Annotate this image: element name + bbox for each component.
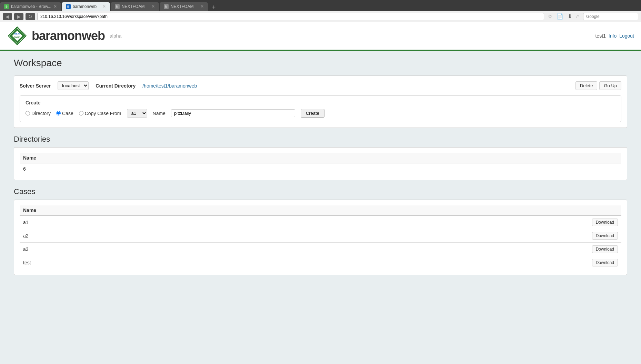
directories-col-name: Name	[20, 153, 621, 163]
name-label: Name	[153, 111, 166, 116]
search-input[interactable]	[583, 13, 638, 20]
logo-area: NEXT foam baramonwebalpha	[7, 26, 121, 46]
case-name-test: test	[20, 256, 248, 270]
site-header: NEXT foam baramonwebalpha test1 Info Log…	[0, 22, 641, 51]
add-tab-button[interactable]: +	[210, 4, 218, 11]
cases-panel: Name a1 Download a2 Download a3	[14, 200, 627, 275]
header-info-link[interactable]: Info	[609, 33, 617, 39]
cases-col-name: Name	[20, 205, 248, 215]
table-row: a3 Download	[20, 243, 621, 256]
directories-title: Directories	[14, 135, 627, 144]
radio-copy[interactable]	[79, 111, 83, 115]
tab-close-1[interactable]: ✕	[53, 4, 57, 9]
workspace-panel: Solver Server localhost Current Director…	[14, 75, 627, 128]
radio-case-label: Case	[62, 111, 73, 116]
tab-bar: B baramonweb - Brow... ✕ B baramonweb ✕ …	[0, 0, 641, 11]
current-dir-label: Current Directory	[96, 83, 136, 89]
tab-nextfoam-2[interactable]: N NEXTFOAM ✕	[160, 2, 208, 11]
solver-server-select[interactable]: localhost	[58, 81, 89, 90]
tab-nextfoam-1[interactable]: N NEXTFOAM ✕	[111, 2, 159, 11]
tab-close-2[interactable]: ✕	[102, 4, 106, 9]
create-form: Directory Case Copy Case From a1 a2 a3	[26, 109, 615, 118]
tab-close-3[interactable]: ✕	[151, 4, 155, 9]
directory-name: 6	[20, 163, 621, 174]
site-title: baramonweb	[32, 29, 105, 43]
radio-directory-label: Directory	[31, 111, 51, 116]
solver-row: Solver Server localhost Current Director…	[20, 81, 621, 90]
tab-favicon-3: N	[115, 4, 120, 9]
download-button-a3[interactable]: Download	[592, 245, 618, 253]
case-name-a3: a3	[20, 243, 248, 256]
cases-table: Name a1 Download a2 Download a3	[20, 205, 621, 269]
header-logout-link[interactable]: Logout	[619, 33, 634, 39]
delete-button[interactable]: Delete	[575, 81, 598, 90]
tab-close-4[interactable]: ✕	[200, 4, 204, 9]
solver-actions: Delete Go Up	[575, 81, 621, 90]
cases-title: Cases	[14, 187, 627, 196]
go-up-button[interactable]: Go Up	[599, 81, 621, 90]
tab-baramonweb-brow[interactable]: B baramonweb - Brow... ✕	[0, 2, 61, 11]
directories-table: Name 6	[20, 153, 621, 174]
create-title: Create	[26, 100, 615, 105]
header-username: test1	[595, 33, 605, 39]
create-box: Create Directory Case Copy Case From	[20, 95, 621, 122]
download-icon[interactable]: ⬇	[566, 12, 573, 20]
name-input[interactable]	[171, 109, 295, 117]
app-content: NEXT foam baramonwebalpha test1 Info Log…	[0, 22, 641, 361]
case-name-a1: a1	[20, 215, 248, 229]
forward-button[interactable]: ▶	[14, 13, 23, 20]
radio-case-group: Case	[56, 111, 73, 116]
current-dir-link[interactable]: /home/test1/baramonweb	[142, 83, 197, 89]
radio-directory[interactable]	[26, 111, 30, 115]
tab-favicon-1: B	[4, 4, 9, 9]
main-content: Workspace Solver Server localhost Curren…	[0, 51, 641, 289]
create-button[interactable]: Create	[301, 109, 324, 118]
bookmark-icon[interactable]: ☆	[546, 12, 554, 20]
download-button-test[interactable]: Download	[592, 259, 618, 266]
header-nav: test1 Info Logout	[595, 33, 634, 39]
table-row: test Download	[20, 256, 621, 270]
page-title: Workspace	[14, 58, 627, 69]
radio-case[interactable]	[56, 111, 61, 115]
table-row: 6	[20, 163, 621, 174]
radio-copy-label: Copy Case From	[85, 111, 121, 116]
logo-svg: NEXT foam	[7, 26, 28, 46]
case-name-a2: a2	[20, 229, 248, 243]
radio-directory-group: Directory	[26, 111, 51, 116]
url-input[interactable]	[37, 13, 544, 20]
back-button[interactable]: ◀	[3, 13, 12, 20]
directories-panel: Name 6	[14, 147, 627, 180]
download-button-a1[interactable]: Download	[592, 219, 618, 226]
solver-server-label: Solver Server	[20, 83, 51, 89]
browser-chrome: B baramonweb - Brow... ✕ B baramonweb ✕ …	[0, 0, 641, 22]
cases-col-action	[248, 205, 621, 215]
site-alpha: alpha	[110, 33, 121, 39]
table-row: a2 Download	[20, 229, 621, 243]
address-bar: ◀ ▶ ↻ ☆ 📄 ⬇ ⌂	[0, 11, 641, 22]
address-icons: ☆ 📄 ⬇ ⌂	[546, 12, 581, 20]
tab-title-1: baramonweb - Brow...	[11, 4, 51, 9]
page-icon[interactable]: 📄	[555, 12, 565, 20]
radio-copy-group: Copy Case From	[79, 111, 121, 116]
tab-favicon-2: B	[66, 4, 71, 9]
home-icon[interactable]: ⌂	[575, 13, 581, 20]
download-button-a2[interactable]: Download	[592, 232, 618, 240]
tab-title-3: NEXTFOAM	[122, 4, 149, 9]
tab-title-4: NEXTFOAM	[171, 4, 198, 9]
tab-favicon-4: N	[164, 4, 169, 9]
svg-text:NEXT: NEXT	[14, 32, 21, 35]
reload-button[interactable]: ↻	[26, 13, 35, 20]
table-row: a1 Download	[20, 215, 621, 229]
tab-baramonweb[interactable]: B baramonweb ✕	[62, 2, 110, 11]
copy-from-select[interactable]: a1 a2 a3 test	[127, 109, 147, 118]
tab-title-2: baramonweb	[73, 4, 100, 9]
svg-text:foam: foam	[14, 36, 20, 38]
